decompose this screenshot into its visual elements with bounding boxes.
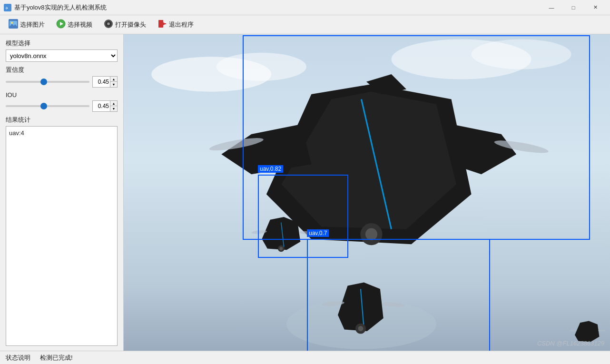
svg-text:✈: ✈: [5, 6, 9, 10]
minimize-button[interactable]: —: [541, 0, 562, 15]
window-controls: — □ ✕: [541, 0, 606, 15]
window-title: 基于yolov8实现的无人机检测系统: [14, 3, 541, 12]
detection-box-4: uav,0.7: [307, 239, 490, 351]
iou-down-button[interactable]: ▼: [110, 106, 117, 111]
close-button[interactable]: ✕: [584, 0, 606, 15]
iou-slider-row: ▲ ▼: [6, 100, 118, 112]
model-section: 模型选择 yolov8n.onnx yolov8s.onnx yolov8m.o…: [6, 39, 118, 62]
confidence-up-button[interactable]: ▲: [110, 77, 117, 82]
confidence-spin-arrows: ▲ ▼: [110, 77, 117, 87]
svg-point-10: [108, 23, 109, 25]
open-camera-button[interactable]: 打开摄像头: [99, 17, 151, 32]
toolbar: 选择图片 选择视频 打开摄像头 退出程序: [0, 15, 610, 34]
select-video-button[interactable]: 选择视频: [51, 17, 97, 32]
maximize-button[interactable]: □: [562, 0, 584, 15]
confidence-value-input[interactable]: [93, 77, 110, 87]
video-icon: [56, 19, 66, 30]
image-icon: [9, 19, 18, 30]
status-label: 状态说明: [6, 354, 30, 362]
iou-label: IOU: [6, 91, 118, 98]
left-panel: 模型选择 yolov8n.onnx yolov8s.onnx yolov8m.o…: [0, 34, 124, 351]
exit-icon: [157, 19, 167, 30]
svg-point-50: [569, 330, 577, 332]
main-layout: 模型选择 yolov8n.onnx yolov8s.onnx yolov8m.o…: [0, 34, 610, 351]
detection-label-4: uav,0.7: [307, 229, 329, 237]
confidence-spinbox: ▲ ▼: [92, 76, 118, 88]
svg-rect-12: [158, 20, 163, 28]
confidence-slider-row: ▲ ▼: [6, 76, 118, 88]
iou-slider[interactable]: [6, 105, 89, 107]
confidence-down-button[interactable]: ▼: [110, 82, 117, 87]
results-text-box: uav:4: [6, 126, 118, 346]
select-image-button[interactable]: 选择图片: [4, 17, 49, 32]
image-area: uav,0.73 uav,0.82 uav,0.71 uav,0.7 CSDN …: [124, 34, 610, 351]
iou-spin-arrows: ▲ ▼: [110, 101, 117, 111]
status-message: 检测已完成!: [40, 354, 73, 362]
model-section-label: 模型选择: [6, 39, 118, 48]
app-icon: ✈: [4, 4, 11, 11]
confidence-slider[interactable]: [6, 81, 89, 83]
camera-icon: [104, 19, 113, 30]
title-bar: ✈ 基于yolov8实现的无人机检测系统 — □ ✕: [0, 0, 610, 15]
iou-spinbox: ▲ ▼: [92, 100, 118, 112]
results-content: uav:4: [9, 129, 24, 137]
iou-value-input[interactable]: [93, 101, 110, 111]
exit-label: 退出程序: [169, 20, 194, 29]
watermark: CSDN @FL1623863129: [537, 340, 604, 347]
svg-point-51: [598, 330, 606, 332]
iou-up-button[interactable]: ▲: [110, 101, 117, 106]
select-video-label: 选择视频: [68, 20, 92, 29]
confidence-label: 置信度: [6, 66, 118, 74]
status-bar: 状态说明 检测已完成!: [0, 351, 610, 364]
detection-label-2: uav,0.82: [258, 165, 283, 173]
exit-button[interactable]: 退出程序: [153, 17, 198, 32]
select-image-label: 选择图片: [20, 20, 45, 29]
results-section: 结果统计 uav:4: [6, 116, 118, 346]
results-section-label: 结果统计: [6, 116, 118, 124]
svg-point-4: [11, 22, 13, 24]
model-dropdown[interactable]: yolov8n.onnx yolov8s.onnx yolov8m.onnx: [6, 49, 118, 62]
iou-section: IOU ▲ ▼: [6, 91, 118, 112]
open-camera-label: 打开摄像头: [115, 20, 146, 29]
confidence-section: 置信度 ▲ ▼: [6, 66, 118, 88]
